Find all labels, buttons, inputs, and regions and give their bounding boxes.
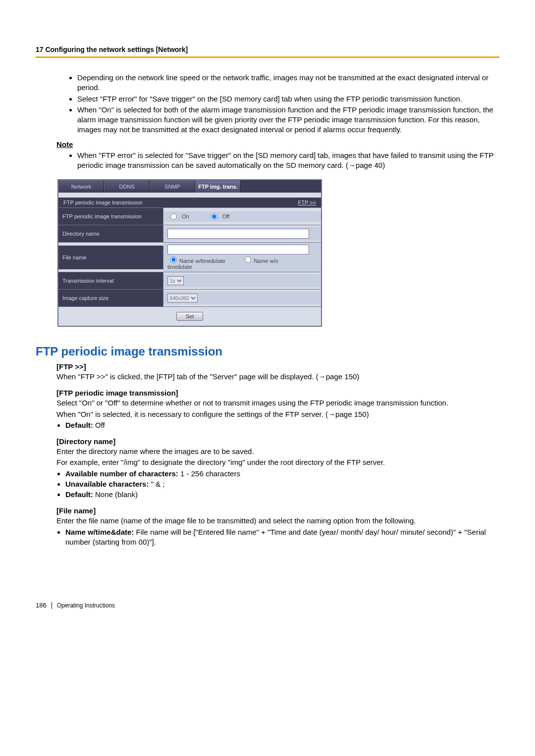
radio-on[interactable] — [170, 213, 177, 220]
tab-bar-spacer — [241, 180, 321, 193]
paragraph: When "On" is selected, it is necessary t… — [56, 409, 499, 419]
subheading-filename: [File name] — [56, 506, 499, 515]
paragraph: Select "On" or "Off" to determine whethe… — [56, 398, 499, 408]
top-bullet-list: Depending on the network line speed or t… — [36, 73, 499, 135]
chapter-header: 17 Configuring the network settings [Net… — [36, 46, 499, 58]
radio-off[interactable] — [211, 213, 217, 220]
footer-separator — [52, 602, 52, 609]
row-label-capture: Image capture size — [58, 290, 163, 306]
row-label-interval: Transmission interval — [58, 272, 163, 289]
radio-name-with[interactable] — [170, 256, 177, 263]
paragraph: Enter the file name (name of the image f… — [56, 516, 499, 526]
settings-panel-screenshot: Network DDNS SNMP FTP img. trans. FTP pe… — [57, 179, 322, 327]
list-item: Select "FTP error" for "Save trigger" on… — [77, 94, 499, 104]
list-item: Available number of characters: 1 - 256 … — [65, 469, 499, 479]
row-label-filename: File name — [58, 246, 163, 269]
section-heading: FTP periodic image transmission — [36, 345, 499, 358]
list-item: When "On" is selected for both of the al… — [77, 105, 499, 135]
radio-on-label: On — [182, 213, 189, 219]
list-item: Depending on the network line speed or t… — [77, 73, 499, 93]
page-footer: 186 Operating Instructions — [36, 602, 499, 609]
list-item: Unavailable characters: " & ; — [65, 479, 499, 489]
tab-bar: Network DDNS SNMP FTP img. trans. — [58, 180, 321, 193]
set-button[interactable]: Set — [176, 312, 204, 321]
tab-network[interactable]: Network — [58, 180, 104, 193]
list-item: Default: Off — [65, 420, 499, 430]
tab-ddns[interactable]: DDNS — [104, 180, 150, 193]
subheading-directory: [Directory name] — [56, 437, 499, 446]
tab-snmp[interactable]: SNMP — [150, 180, 195, 193]
interval-select[interactable]: 1s — [167, 276, 184, 285]
footer-doc-title: Operating Instructions — [57, 602, 115, 609]
note-label: Note — [56, 140, 499, 149]
radio-name-without[interactable] — [245, 256, 251, 263]
tab-ftp-img-trans[interactable]: FTP img. trans. — [195, 180, 241, 193]
radio-name-with-label: Name w/time&date — [179, 258, 225, 264]
row-label-transmission: FTP periodic image transmission — [58, 208, 163, 225]
paragraph: For example, enter "/img" to designate t… — [56, 457, 499, 467]
filename-input[interactable] — [167, 245, 309, 254]
paragraph: When "FTP >>" is clicked, the [FTP] tab … — [56, 372, 499, 382]
radio-off-label: Off — [222, 213, 229, 219]
subheading-ftp-periodic: [FTP periodic image transmission] — [56, 389, 499, 397]
row-label-directory: Directory name — [58, 225, 163, 242]
note-bullet-list: When "FTP error" is selected for "Save t… — [36, 151, 499, 171]
page-number: 186 — [36, 602, 47, 609]
capture-select[interactable]: 640x360 — [167, 294, 198, 302]
ftp-link[interactable]: FTP >> — [298, 200, 316, 205]
subheading-ftp: [FTP >>] — [56, 362, 499, 371]
panel-section-title: FTP periodic image transmission — [63, 200, 143, 205]
list-item: Name w/time&date: File name will be ["En… — [65, 527, 499, 548]
directory-input[interactable] — [167, 229, 309, 239]
paragraph: Enter the directory name where the image… — [56, 447, 499, 456]
list-item: When "FTP error" is selected for "Save t… — [77, 151, 499, 171]
list-item: Default: None (blank) — [65, 490, 499, 500]
